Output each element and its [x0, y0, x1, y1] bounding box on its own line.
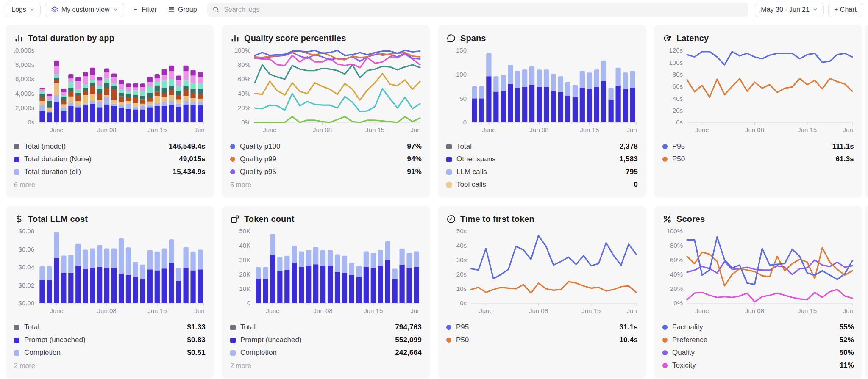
- filter-icon: [132, 6, 139, 13]
- chart-legend: Total (model)146,549.4sTotal duration (N…: [14, 140, 206, 178]
- legend-row[interactable]: Quality p10097%: [230, 140, 422, 153]
- legend-more-link[interactable]: 2 more: [14, 362, 35, 370]
- svg-text:30s: 30s: [456, 256, 467, 263]
- chart-card-header: Spans: [446, 32, 638, 44]
- svg-text:10K: 10K: [239, 285, 250, 292]
- legend-label: Toxicity: [672, 361, 696, 370]
- svg-text:Jun 15: Jun 15: [147, 126, 167, 133]
- chart-card-total-llm-cost[interactable]: Total LLM cost $0.00$0.02$0.04$0.06$0.08…: [6, 206, 214, 379]
- legend-row[interactable]: Preference52%: [662, 334, 854, 346]
- legend-row[interactable]: Quality50%: [662, 346, 854, 359]
- svg-text:Jun 08: Jun 08: [314, 307, 333, 314]
- legend-row[interactable]: Total duration (cli)15,434.9s: [14, 166, 206, 178]
- dollar-icon: [14, 214, 24, 224]
- legend-value: 61.3s: [835, 155, 854, 163]
- legend-more-link[interactable]: 5 more: [230, 181, 251, 189]
- legend-row[interactable]: P95111.1s: [662, 140, 854, 153]
- legend-row[interactable]: Tool calls0: [446, 178, 638, 191]
- chart-card-quality-score-percentiles[interactable]: Quality score percentiles 0%20%40%60%80%…: [222, 25, 430, 198]
- legend-value: 31.1s: [619, 323, 638, 332]
- legend-marker: [230, 157, 235, 162]
- svg-text:Jun 22: Jun 22: [410, 126, 422, 133]
- chart-plot-area[interactable]: 0s20s40s60s80s100s120sJuneJun 08Jun 15Ju…: [662, 46, 854, 136]
- svg-text:40%: 40%: [670, 271, 683, 278]
- svg-text:$0.06: $0.06: [18, 246, 34, 253]
- chart-plot-area[interactable]: 0%20%40%60%80%100%JuneJun 08Jun 15Jun 22: [230, 46, 422, 136]
- legend-marker: [230, 169, 235, 174]
- chart-plot-area[interactable]: 010K20K30K40K50KJuneJun 08Jun 15Jun 22: [230, 227, 422, 317]
- chart-card-token-count[interactable]: Token count 010K20K30K40K50KJuneJun 08Ju…: [222, 206, 430, 379]
- legend-row[interactable]: Other spans1,583: [446, 153, 638, 166]
- legend-value: 10.4s: [619, 336, 638, 344]
- chart-plot-area[interactable]: 0s10s20s30s40s50sJuneJun 08Jun 15Jun 22: [446, 227, 638, 317]
- legend-row[interactable]: LLM calls795: [446, 166, 638, 178]
- search-bar[interactable]: [207, 3, 748, 17]
- chart-legend: Quality p10097%Quality p9994%Quality p95…: [230, 140, 422, 178]
- legend-row[interactable]: Toxicity11%: [662, 359, 854, 372]
- logs-dropdown-label: Logs: [11, 6, 26, 14]
- legend-row[interactable]: Total794,763: [230, 321, 422, 334]
- chart-card-spans[interactable]: Spans 050100150JuneJun 08Jun 15Jun 22 To…: [438, 25, 646, 198]
- chart-card-title: Latency: [676, 33, 709, 43]
- svg-text:June: June: [695, 126, 709, 133]
- legend-row[interactable]: Quality p9994%: [230, 153, 422, 166]
- legend-row[interactable]: Total$1.33: [14, 321, 206, 334]
- legend-marker: [446, 144, 452, 149]
- legend-row[interactable]: Prompt (uncached)552,099: [230, 334, 422, 346]
- legend-row[interactable]: Total (model)146,549.4s: [14, 140, 206, 153]
- add-chart-button[interactable]: + Chart: [828, 3, 862, 17]
- svg-text:20s: 20s: [456, 271, 467, 278]
- chart-plot-area[interactable]: 0%20%40%60%80%100%JuneJun 08Jun 15Jun 22: [662, 227, 854, 317]
- chart-card-time-to-first-token[interactable]: Time to first token 0s10s20s30s40s50sJun…: [438, 206, 646, 379]
- token-icon: [230, 214, 240, 224]
- add-chart-label: + Chart: [834, 6, 857, 14]
- chart-card-scores[interactable]: Scores 0%20%40%60%80%100%JuneJun 08Jun 1…: [654, 206, 862, 379]
- svg-text:Jun 08: Jun 08: [530, 126, 549, 133]
- legend-label: Prompt (uncached): [24, 336, 86, 344]
- group-label: Group: [178, 6, 197, 14]
- legend-row[interactable]: P5010.4s: [446, 334, 638, 346]
- layers-icon: [51, 6, 58, 14]
- filter-button[interactable]: Filter: [128, 3, 161, 17]
- svg-text:Jun 15: Jun 15: [798, 126, 817, 133]
- svg-text:60%: 60%: [670, 256, 683, 263]
- legend-more-link[interactable]: 6 more: [14, 181, 35, 189]
- legend-row[interactable]: Factuality55%: [662, 321, 854, 334]
- legend-value: 2,378: [619, 142, 638, 151]
- group-button[interactable]: Group: [164, 3, 200, 17]
- chart-card-total-duration-by-app[interactable]: Total duration by app 0s2,000s4,000s6,00…: [6, 25, 214, 198]
- legend-row[interactable]: Quality p9591%: [230, 166, 422, 178]
- chart-plot-area[interactable]: 050100150JuneJun 08Jun 15Jun 22: [446, 46, 638, 136]
- legend-row[interactable]: Completion$0.51: [14, 346, 206, 359]
- snail-icon: [662, 33, 672, 43]
- svg-text:Jun 08: Jun 08: [97, 307, 117, 314]
- svg-text:Jun 15: Jun 15: [798, 307, 817, 314]
- partial-card-sliver: [865, 206, 868, 379]
- chart-legend: Total2,378Other spans1,583LLM calls795To…: [446, 140, 638, 191]
- chart-card-latency[interactable]: Latency 0s20s40s60s80s100s120sJuneJun 08…: [654, 25, 862, 198]
- legend-row[interactable]: Total duration (None)49,015s: [14, 153, 206, 166]
- legend-row[interactable]: Total2,378: [446, 140, 638, 153]
- svg-text:60s: 60s: [673, 83, 683, 90]
- percent-icon: [662, 214, 672, 224]
- chart-plot-area[interactable]: $0.00$0.02$0.04$0.06$0.08JuneJun 08Jun 1…: [14, 227, 206, 317]
- date-range-picker[interactable]: May 30 - Jun 21: [755, 3, 824, 17]
- legend-label: Prompt (uncached): [240, 336, 302, 344]
- legend-row[interactable]: P9531.1s: [446, 321, 638, 334]
- legend-row[interactable]: P5061.3s: [662, 153, 854, 166]
- legend-label: Total: [240, 323, 256, 332]
- legend-value: 91%: [407, 168, 422, 176]
- legend-marker: [446, 338, 451, 343]
- svg-text:$0.08: $0.08: [18, 227, 34, 235]
- logs-dropdown[interactable]: Logs: [6, 3, 41, 17]
- custom-view-dropdown[interactable]: My custom view: [45, 3, 124, 17]
- legend-more-link[interactable]: 2 more: [230, 362, 251, 370]
- legend-marker: [14, 144, 19, 149]
- legend-row[interactable]: Completion242,664: [230, 346, 422, 359]
- partial-card-sliver: [865, 25, 868, 198]
- svg-text:Jun 08: Jun 08: [745, 126, 764, 133]
- search-input[interactable]: [223, 6, 743, 14]
- legend-value: 146,549.4s: [169, 142, 206, 151]
- chart-plot-area[interactable]: 0s2,000s4,000s6,000s8,000s10,000sJuneJun…: [14, 46, 206, 136]
- legend-row[interactable]: Prompt (uncached)$0.83: [14, 334, 206, 346]
